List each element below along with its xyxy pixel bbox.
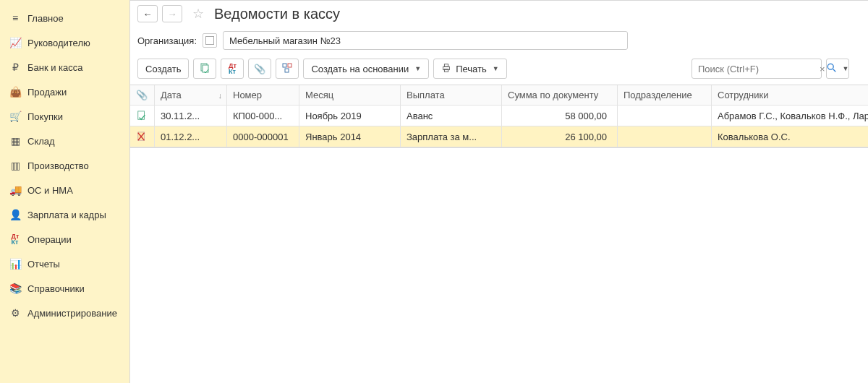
books-icon: 📚 [9,283,22,294]
copy-doc-icon [199,62,210,76]
more-button[interactable] [854,59,861,79]
sidebar-item-7[interactable]: 🚚ОС и НМА [0,178,129,202]
cell-month: Январь 2014 [299,126,401,147]
chevron-down-icon: ▼ [493,65,499,72]
search-button[interactable]: ▼ [826,59,849,79]
cell-employees: Абрамов Г.С., Ковальков Н.Ф., Ларион [712,106,868,126]
create-based-button[interactable]: Создать на основании ▼ [303,59,429,79]
sidebar-item-label: Справочники [27,283,85,294]
nav-back-button[interactable]: ← [137,5,158,22]
chevron-down-icon: ▼ [414,65,421,72]
page-title: Ведомости в кассу [214,6,340,22]
create-button-label: Создать [145,64,181,74]
sidebar-item-label: Операции [27,234,72,245]
doc-ok-icon [136,110,148,121]
sidebar-item-label: Покупки [27,111,63,122]
sidebar-item-5[interactable]: ▦Склад [0,129,129,153]
col-payment[interactable]: Выплата [401,85,502,106]
copy-doc-button[interactable] [193,59,216,79]
print-button[interactable]: Печать ▼ [433,59,507,79]
sidebar-item-1[interactable]: 📈Руководителю [0,30,129,55]
attach-button[interactable]: 📎 [248,59,271,79]
create-based-label: Создать на основании [311,64,409,74]
sidebar-item-6[interactable]: ▥Производство [0,153,129,178]
bars-icon: ▥ [9,160,22,171]
search-icon [827,63,837,75]
sidebar-item-label: ОС и НМА [27,185,73,196]
print-label: Печать [456,64,487,74]
col-sum[interactable]: Сумма по документу [502,85,618,106]
sidebar-item-label: Продажи [27,87,67,98]
search-input[interactable] [698,64,820,74]
organization-checkbox[interactable] [203,33,217,48]
sidebar-item-8[interactable]: 👤Зарплата и кадры [0,202,129,227]
sidebar-item-9[interactable]: ДтКтОперации [0,227,129,251]
trend-icon: 📈 [9,37,22,48]
table-header: 📎 Дата↓ Номер Месяц Выплата Сумма по док… [130,85,868,106]
sidebar-item-0[interactable]: ≡Главное [0,6,129,30]
cart-icon: 🛒 [9,111,22,122]
cell-sum: 58 000,00 [502,106,618,126]
sidebar-item-10[interactable]: 📊Отчеты [0,251,129,276]
svg-rect-1 [203,65,208,72]
documents-table: 📎 Дата↓ Номер Месяц Выплата Сумма по док… [130,85,868,148]
cell-payment: Аванс [401,106,502,126]
sidebar-item-3[interactable]: 👜Продажи [0,79,129,104]
structure-button[interactable] [276,59,299,79]
menu-icon: ≡ [9,12,22,24]
organization-label: Организация: [137,35,197,46]
paperclip-icon: 📎 [254,64,265,74]
sidebar-item-label: Отчеты [27,259,60,270]
svg-rect-10 [138,111,145,119]
col-attach[interactable]: 📎 [130,85,155,106]
col-date[interactable]: Дата↓ [155,85,227,106]
svg-rect-4 [285,69,289,72]
sidebar-item-11[interactable]: 📚Справочники [0,276,129,301]
cell-sum: 26 100,00 [502,126,618,147]
sidebar: ≡Главное📈Руководителю₽Банк и касса👜Прода… [0,0,130,383]
sidebar-item-label: Производство [27,160,89,171]
col-dept[interactable]: Подразделение [618,85,712,106]
table-row[interactable]: 01.12.2...0000-000001Январь 2014Зарплата… [130,126,868,147]
hierarchy-icon [281,62,293,76]
main-area: ← → ☆ Ведомости в кассу Организация: Соз… [130,0,868,383]
bag-icon: 👜 [9,86,22,98]
truck-icon: 🚚 [9,184,22,196]
svg-rect-3 [288,64,292,67]
cell-employees: Ковалькова О.С. [712,126,868,147]
cell-date: 01.12.2... [155,126,227,147]
svg-rect-6 [445,64,448,66]
svg-line-9 [833,69,835,72]
sidebar-item-12[interactable]: ⚙Администрирование [0,301,129,325]
cell-dept [618,126,712,147]
sidebar-item-4[interactable]: 🛒Покупки [0,104,129,129]
dtkt-button[interactable]: ДтКт [221,59,244,79]
sidebar-item-label: Администрирование [27,308,117,319]
sidebar-item-label: Руководителю [27,38,90,48]
printer-icon [441,63,451,75]
cell-payment: Зарплата за м... [401,126,502,147]
boxes-icon: ▦ [9,135,22,147]
sidebar-item-label: Главное [27,13,64,24]
sidebar-item-label: Банк и касса [27,62,83,73]
col-employees[interactable]: Сотрудники [712,85,868,106]
favorite-star-icon[interactable]: ☆ [190,5,207,22]
chart-icon: 📊 [9,258,22,270]
doc-marked-icon [136,131,148,142]
sidebar-item-label: Зарплата и кадры [27,210,106,220]
organization-input[interactable] [223,31,628,50]
cell-icon [130,106,155,126]
create-button[interactable]: Создать [137,59,189,79]
dtkt-icon: ДтКт [9,233,22,245]
col-number[interactable]: Номер [227,85,299,106]
gear-icon: ⚙ [9,307,22,319]
cell-icon [130,126,155,147]
table-row[interactable]: 30.11.2...КП00-000...Ноябрь 2019Аванс58 … [130,106,868,126]
search-clear-button[interactable]: × [820,64,825,74]
cell-dept [618,106,712,126]
col-month[interactable]: Месяц [299,85,401,106]
sidebar-item-2[interactable]: ₽Банк и касса [0,55,129,79]
cell-date: 30.11.2... [155,106,227,126]
ruble-icon: ₽ [9,61,22,73]
nav-forward-button[interactable]: → [162,5,182,22]
